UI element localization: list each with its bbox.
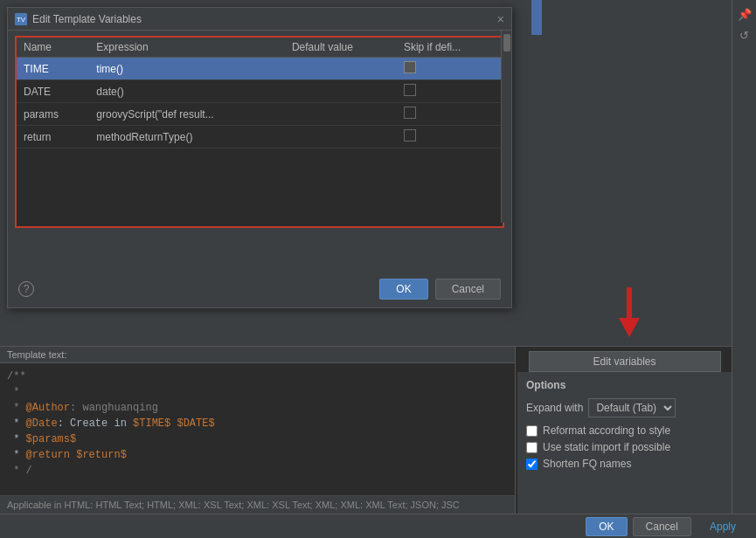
- cell-skip: [397, 126, 503, 148]
- options-section: Options Expand with Default (Tab) Tab En…: [517, 372, 732, 514]
- cell-skip: [397, 103, 503, 126]
- col-name: Name: [17, 38, 89, 58]
- code-line-5: * $params$: [7, 433, 76, 445]
- variables-table: Name Expression Default value Skip if de…: [17, 38, 503, 148]
- static-import-label: Use static import if possible: [543, 441, 670, 453]
- arrow-shaft: [627, 287, 632, 318]
- reformat-checkbox[interactable]: [526, 425, 538, 437]
- template-code-area[interactable]: /** * * @Author: wanghuanqing * @Date: C…: [0, 363, 515, 484]
- bottom-apply-button[interactable]: Apply: [697, 517, 749, 536]
- template-text-label: Template text:: [0, 347, 515, 363]
- reformat-label: Reformat according to style: [543, 424, 670, 437]
- dialog-title-text: Edit Template Variables: [32, 13, 142, 25]
- cell-expression: methodReturnType(): [89, 126, 285, 148]
- dialog-bottom: ? OK Cancel: [8, 271, 511, 307]
- bottom-cancel-button[interactable]: Cancel: [633, 517, 691, 536]
- options-title: Options: [526, 379, 723, 391]
- cell-name: DATE: [17, 80, 89, 103]
- help-button[interactable]: ?: [18, 281, 34, 297]
- cell-name: params: [17, 103, 89, 126]
- skip-checked-icon: [404, 61, 416, 73]
- cell-name: return: [17, 126, 89, 148]
- cell-default: [285, 80, 397, 103]
- applicable-text: Applicable in HTML: HTML Text; HTML; XML…: [0, 495, 515, 514]
- skip-unchecked-icon: [404, 84, 416, 96]
- undo-icon[interactable]: ↺: [736, 26, 753, 44]
- table-header-row: Name Expression Default value Skip if de…: [17, 38, 503, 58]
- arrow-head: [619, 318, 640, 337]
- shorten-fq-row: Shorten FQ names: [526, 458, 723, 470]
- cell-default: [285, 58, 397, 80]
- static-import-row: Use static import if possible: [526, 441, 723, 453]
- code-line-1: /**: [7, 370, 26, 383]
- shorten-fq-label: Shorten FQ names: [543, 458, 631, 470]
- pin-icon[interactable]: 📌: [736, 5, 753, 23]
- code-line-7: * /: [7, 465, 32, 477]
- cell-expression: groovyScript("def result...: [89, 103, 285, 126]
- cell-name: TIME: [17, 58, 89, 80]
- svg-text:TV: TV: [17, 16, 26, 24]
- reformat-row: Reformat according to style: [526, 424, 723, 437]
- code-line-2: *: [7, 386, 19, 398]
- template-variables-icon: TV: [16, 14, 26, 24]
- col-expression: Expression: [89, 38, 285, 58]
- scrollbar-thumb[interactable]: [531, 0, 542, 35]
- code-line-6: * @return $return$: [7, 449, 127, 461]
- bottom-buttons-bar: OK Cancel Apply: [0, 514, 756, 538]
- skip-unchecked-icon: [404, 107, 416, 119]
- variables-table-container: Name Expression Default value Skip if de…: [15, 36, 504, 228]
- dialog-ok-button[interactable]: OK: [379, 279, 427, 300]
- dialog-cancel-button[interactable]: Cancel: [435, 279, 501, 300]
- expand-with-label: Expand with: [526, 402, 583, 414]
- cell-skip: [397, 58, 503, 80]
- table-row[interactable]: DATE date(): [17, 80, 503, 103]
- cell-expression: time(): [89, 58, 285, 80]
- cell-default: [285, 103, 397, 126]
- shorten-fq-checkbox[interactable]: [526, 459, 538, 470]
- skip-unchecked-icon: [404, 129, 416, 141]
- table-row[interactable]: params groovyScript("def result...: [17, 103, 503, 126]
- table-row[interactable]: TIME time(): [17, 58, 503, 80]
- table-row[interactable]: return methodReturnType(): [17, 126, 503, 148]
- dialog-scrollbar-thumb[interactable]: [503, 34, 510, 52]
- dialog-scrollbar[interactable]: [501, 31, 511, 223]
- cell-skip: [397, 80, 503, 103]
- cell-default: [285, 126, 397, 148]
- template-text-panel: Template text: /** * * @Author: wanghuan…: [0, 347, 516, 538]
- dialog-title-left: TV Edit Template Variables: [15, 13, 142, 25]
- expand-with-row: Expand with Default (Tab) Tab Enter Spac…: [526, 398, 723, 417]
- code-line-4: * @Date: Create in $TIME$ $DATE$: [7, 417, 215, 430]
- dialog-titlebar: TV Edit Template Variables ×: [8, 8, 511, 31]
- code-line-3: * @Author: wanghuanqing: [7, 402, 158, 414]
- dialog-icon: TV: [15, 13, 27, 25]
- cell-expression: date(): [89, 80, 285, 103]
- right-sidebar: 📌 ↺: [732, 0, 756, 538]
- expand-with-select[interactable]: Default (Tab) Tab Enter Space: [588, 398, 676, 417]
- edit-variables-container: Edit variables: [517, 351, 732, 372]
- edit-template-variables-dialog: TV Edit Template Variables × Name Expres…: [7, 7, 512, 308]
- static-import-checkbox[interactable]: [526, 442, 538, 453]
- dialog-close-button[interactable]: ×: [497, 13, 504, 25]
- bottom-ok-button[interactable]: OK: [586, 517, 627, 536]
- col-default-value: Default value: [285, 38, 397, 58]
- edit-variables-button[interactable]: Edit variables: [529, 351, 721, 372]
- arrow-indicator: [619, 287, 640, 337]
- col-skip: Skip if defi...: [397, 38, 503, 58]
